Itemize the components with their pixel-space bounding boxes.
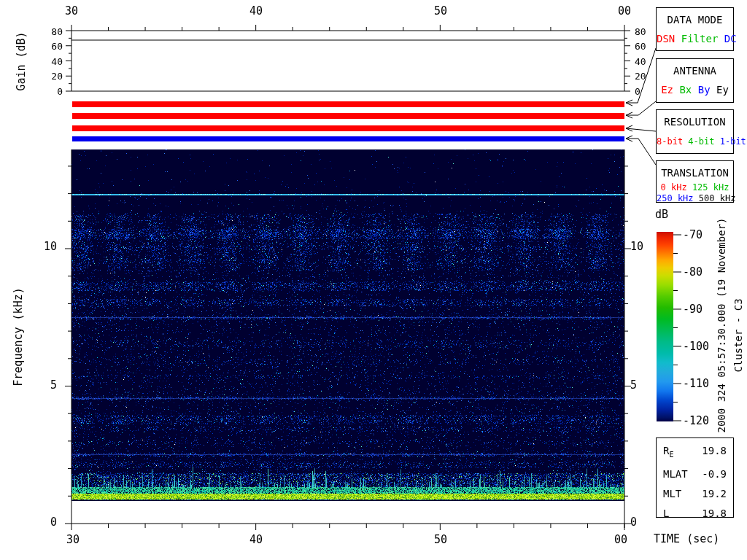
- top-axis-tick: 50: [425, 4, 457, 18]
- gain-ytick-right: 20: [635, 71, 646, 82]
- wbd-spectrogram-display: 30 40 50 00 80 60 40 20 0 80 60 40 20 0 …: [0, 0, 747, 560]
- antenna-values: Ez Bx By Ey: [657, 84, 733, 96]
- translation-125khz: 125 kHz: [692, 182, 729, 192]
- resolution-values: 8-bit 4-bit 1-bit: [657, 136, 733, 147]
- gain-ytick-right: 0: [635, 86, 640, 97]
- antenna-bx: Bx: [679, 84, 692, 96]
- ephemeris-label: L: [663, 504, 669, 524]
- freq-ytick-right: 0: [630, 516, 637, 529]
- gain-ytick-right: 40: [635, 56, 646, 67]
- resolution-box: RESOLUTION 8-bit 4-bit 1-bit: [656, 109, 734, 154]
- freq-ytick-left: 10: [36, 240, 57, 253]
- gain-ytick-left: 40: [45, 56, 63, 67]
- gain-ytick-left: 0: [45, 86, 63, 97]
- gain-axis-label: Gain (dB): [15, 21, 28, 101]
- spectrogram-heatmap: [71, 149, 624, 524]
- resolution-status-bar: [72, 125, 624, 131]
- ephemeris-value: 19.8: [702, 441, 727, 464]
- ephemeris-row-mlt: MLT 19.2: [657, 484, 733, 504]
- data-mode-title: DATA MODE: [657, 14, 733, 26]
- translation-status-bar: [72, 136, 624, 141]
- antenna-by: By: [698, 84, 711, 96]
- gain-ytick-left: 20: [45, 71, 63, 82]
- ephemeris-label: RE: [663, 441, 673, 464]
- ephemeris-value: -0.9: [702, 464, 727, 484]
- bottom-axis-tick: 40: [240, 533, 272, 546]
- data-mode-dc: DC: [724, 33, 737, 44]
- colorbar-tick: -110: [683, 377, 709, 390]
- ephemeris-box: RE 19.8 MLAT -0.9 MLT 19.2 L 19.8: [656, 438, 734, 518]
- gain-ytick-left: 80: [45, 26, 63, 37]
- translation-250khz: 250 kHz: [657, 193, 694, 203]
- data-mode-values: DSN Filter DC: [657, 33, 733, 44]
- colorbar-tick: -70: [683, 228, 703, 241]
- freq-ytick-left: 5: [36, 378, 57, 392]
- top-axis-tick: 00: [608, 4, 640, 18]
- gain-ytick-left: 60: [45, 41, 63, 52]
- colorbar: [657, 232, 673, 421]
- ephemeris-value: 19.2: [702, 484, 727, 504]
- ephemeris-row-mlat: MLAT -0.9: [657, 464, 733, 484]
- translation-0khz: 0 kHz: [661, 182, 687, 192]
- ephemeris-label: MLAT: [663, 464, 688, 484]
- data-mode-dsn: DSN: [657, 33, 675, 44]
- ephemeris-label: MLT: [663, 484, 681, 504]
- translation-box: TRANSLATION 0 kHz 125 kHz 250 kHz 500 kH…: [656, 160, 734, 203]
- top-axis-tick: 30: [55, 4, 88, 18]
- resolution-8bit: 8-bit: [657, 136, 683, 147]
- ephemeris-value: 19.8: [702, 504, 727, 524]
- freq-ytick-right: 10: [630, 240, 643, 253]
- top-axis-tick: 40: [240, 4, 272, 18]
- translation-500khz: 500 kHz: [699, 193, 736, 203]
- translation-title: TRANSLATION: [657, 167, 733, 179]
- antenna-ey: Ey: [716, 84, 729, 96]
- data-mode-box: DATA MODE DSN Filter DC: [656, 7, 734, 51]
- colorbar-db-label: dB: [655, 208, 668, 221]
- antenna-box: ANTENNA Ez Bx By Ey: [656, 58, 734, 103]
- data-mode-filter: Filter: [681, 33, 719, 44]
- resolution-title: RESOLUTION: [657, 116, 733, 128]
- antenna-title: ANTENNA: [657, 65, 733, 77]
- gain-ytick-right: 80: [635, 26, 646, 37]
- gain-ytick-right: 60: [635, 41, 646, 52]
- resolution-4bit: 4-bit: [688, 136, 714, 147]
- colorbar-tick: -120: [683, 414, 709, 427]
- spacecraft-label: Cluster - C3: [732, 292, 745, 379]
- datetime-label: 2000 324 05:57:30.000 (19 November): [715, 216, 728, 435]
- data-mode-status-bar: [72, 101, 624, 107]
- colorbar-tick: -80: [683, 265, 703, 279]
- bottom-axis-tick: 30: [57, 533, 89, 546]
- antenna-status-bar: [72, 113, 624, 119]
- ephemeris-row-l: L 19.8: [657, 504, 733, 524]
- frequency-axis-label: Frequency (kHz): [12, 242, 25, 432]
- translation-row-2: 250 kHz 500 kHz: [657, 193, 733, 204]
- colorbar-tick: -90: [683, 303, 703, 316]
- colorbar-tick: -100: [683, 340, 709, 353]
- bottom-axis-tick: 50: [425, 533, 457, 546]
- bottom-axis-tick: 00: [605, 533, 637, 546]
- translation-row-1: 0 kHz 125 kHz: [657, 182, 733, 193]
- freq-ytick-left: 0: [36, 516, 57, 529]
- ephemeris-row-re: RE 19.8: [657, 441, 733, 464]
- antenna-ez: Ez: [661, 84, 673, 96]
- freq-ytick-right: 5: [630, 378, 637, 392]
- resolution-1bit: 1-bit: [720, 136, 746, 147]
- time-axis-label: TIME (sec): [654, 532, 719, 545]
